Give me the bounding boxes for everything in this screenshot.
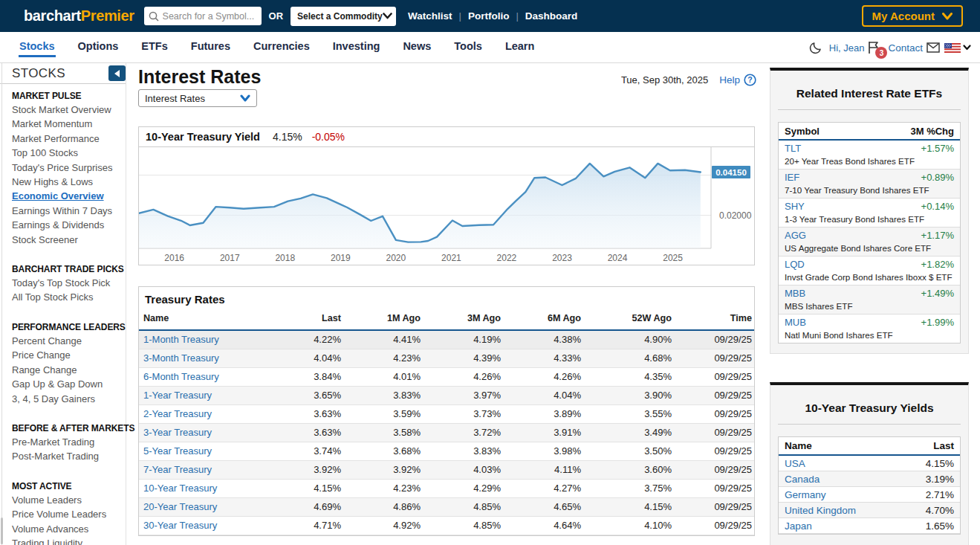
sidebar-item-volume-advances[interactable]: Volume Advances (12, 522, 126, 536)
language-chevron-down-icon[interactable] (963, 45, 971, 51)
column-header-time[interactable]: Time (674, 310, 754, 330)
user-greeting-link[interactable]: Hi, Jean (829, 42, 865, 54)
etf-symbol-link[interactable]: LQD (785, 259, 805, 270)
column-header-6m-ago[interactable]: 6M Ago (503, 310, 583, 330)
etf-symbol-link[interactable]: TLT (785, 143, 801, 154)
sidebar-item-all-top-stock-picks[interactable]: All Top Stock Picks (12, 290, 126, 304)
etf-row-agg[interactable]: AGG+1.17%US Aggregate Bond Ishares Core … (779, 228, 960, 257)
sidebar-item-trading-liquidity[interactable]: Trading Liquidity (12, 536, 126, 545)
column-header-name[interactable]: Name (139, 310, 265, 330)
sidebar-item-earnings-within-7-days[interactable]: Earnings Within 7 Days (12, 204, 126, 218)
column-header-1m-ago[interactable]: 1M Ago (343, 310, 423, 330)
symbol-search-input[interactable] (163, 11, 257, 22)
help-question-icon[interactable]: ? (744, 74, 756, 86)
yield-country-link[interactable]: United Kingdom (785, 505, 856, 516)
tab-futures[interactable]: Futures (190, 32, 231, 57)
tab-stocks[interactable]: Stocks (19, 32, 56, 57)
sidebar-item-new-highs-lows[interactable]: New Highs & Lows (12, 175, 126, 189)
envelope-icon[interactable] (927, 42, 940, 53)
yield-country-link[interactable]: Japan (785, 520, 812, 532)
treasury-value-cell: 4.23% (343, 349, 423, 367)
column-header-3m-ago[interactable]: 3M Ago (423, 310, 503, 330)
us-flag-icon[interactable] (944, 43, 961, 53)
sidebar-item-economic-overview[interactable]: Economic Overview (12, 189, 126, 203)
quick-link-dashboard[interactable]: Dashboard (525, 10, 578, 22)
barchart-premier-logo[interactable]: barchartPremier (24, 7, 134, 25)
yield-country-link[interactable]: USA (785, 458, 805, 469)
tab-tools[interactable]: Tools (453, 32, 483, 57)
sidebar-item-earnings-dividends[interactable]: Earnings & Dividends (12, 218, 126, 232)
tab-currencies[interactable]: Currencies (253, 32, 311, 57)
sidebar-item-percent-change[interactable]: Percent Change (12, 334, 126, 348)
etf-row-ief[interactable]: IEF+0.89%7-10 Year Treasury Bond Ishares… (779, 170, 960, 199)
tab-news[interactable]: News (402, 32, 432, 57)
sidebar-item-price-change[interactable]: Price Change (12, 348, 126, 362)
treasury-value-cell: 09/29/25 (674, 423, 754, 442)
sidebar-item-stock-market-overview[interactable]: Stock Market Overview (12, 103, 126, 117)
sidebar-item-today-s-top-stock-pick[interactable]: Today's Top Stock Pick (12, 276, 126, 290)
sidebar-scrollbar-thumb[interactable] (1, 517, 3, 544)
column-header-last[interactable]: Last (265, 310, 343, 330)
sidebar-item-volume-leaders[interactable]: Volume Leaders (12, 493, 126, 507)
yield-row-canada[interactable]: Canada3.19% (779, 471, 960, 487)
tab-investing[interactable]: Investing (332, 32, 381, 57)
tab-etfs[interactable]: ETFs (140, 32, 168, 57)
etf-symbol-link[interactable]: SHY (785, 201, 805, 212)
treasury-link[interactable]: 3-Month Treasury (143, 352, 219, 364)
sidebar-item-today-s-price-surprises[interactable]: Today's Price Surprises (12, 161, 126, 175)
quick-link-watchlist[interactable]: Watchlist (408, 10, 452, 22)
treasury-link[interactable]: 1-Year Treasury (143, 390, 212, 401)
treasury-link[interactable]: 10-Year Treasury (143, 483, 217, 494)
treasury-link[interactable]: 30-Year Treasury (143, 520, 217, 531)
treasury-link[interactable]: 3-Year Treasury (143, 427, 212, 438)
etf-row-tlt[interactable]: TLT+1.57%20+ Year Treas Bond Ishares ETF (779, 141, 960, 170)
sidebar-collapse-button[interactable] (108, 65, 126, 81)
sidebar-item-3-4-5-day-gainers[interactable]: 3, 4, 5 Day Gainers (12, 392, 126, 406)
contact-link[interactable]: Contact (888, 42, 923, 54)
treasury-yield-area-chart[interactable]: 2016201720182019202020212022202320242025… (139, 147, 754, 265)
treasury-link[interactable]: 7-Year Treasury (143, 464, 212, 475)
sidebar-item-top-100-stocks[interactable]: Top 100 Stocks (12, 146, 126, 160)
sidebar-item-market-performance[interactable]: Market Performance (12, 132, 126, 146)
commodity-select[interactable]: Select a Commodity (291, 7, 396, 26)
sidebar-scrollbar-track[interactable] (1, 63, 2, 545)
treasury-link[interactable]: 6-Month Treasury (143, 371, 219, 382)
treasury-link[interactable]: 1-Month Treasury (143, 334, 219, 345)
treasury-link[interactable]: 20-Year Treasury (143, 501, 217, 512)
tab-learn[interactable]: Learn (504, 32, 536, 57)
sidebar-item-gap-up-gap-down[interactable]: Gap Up & Gap Down (12, 377, 126, 391)
column-header-52w-ago[interactable]: 52W Ago (583, 310, 674, 330)
treasury-link[interactable]: 5-Year Treasury (143, 445, 212, 457)
yield-row-germany[interactable]: Germany2.71% (779, 487, 960, 503)
dark-mode-moon-icon[interactable] (808, 41, 822, 55)
tab-options[interactable]: Options (77, 32, 120, 57)
etf-symbol-link[interactable]: MBB (785, 288, 805, 299)
etf-symbol-link[interactable]: IEF (785, 172, 799, 183)
yield-country-link[interactable]: Germany (785, 489, 826, 500)
yield-last-value: 1.65% (926, 520, 954, 532)
yield-row-usa[interactable]: USA4.15% (779, 456, 960, 471)
yield-country-link[interactable]: Canada (785, 474, 820, 485)
page-view-select[interactable]: Interest Rates (138, 89, 257, 107)
my-account-button[interactable]: My Account (862, 5, 963, 27)
sidebar-item-range-change[interactable]: Range Change (12, 363, 126, 377)
sidebar-item-pre-market-trading[interactable]: Pre-Market Trading (12, 435, 126, 449)
etf-row-mbb[interactable]: MBB+1.49%MBS Ishares ETF (779, 286, 960, 315)
sidebar-item-post-market-trading[interactable]: Post-Market Trading (12, 449, 126, 463)
yield-row-united-kingdom[interactable]: United Kingdom4.70% (779, 503, 960, 518)
quick-link-separator: | (459, 10, 461, 22)
sidebar-item-market-momentum[interactable]: Market Momentum (12, 117, 126, 131)
sidebar-item-stock-screener[interactable]: Stock Screener (12, 233, 126, 247)
help-link[interactable]: Help (719, 74, 740, 86)
sidebar-item-price-volume-leaders[interactable]: Price Volume Leaders (12, 507, 126, 521)
etf-row-shy[interactable]: SHY+0.14%1-3 Year Treasury Bond Ishares … (779, 199, 960, 228)
symbol-search-box[interactable] (144, 7, 262, 25)
yield-row-japan[interactable]: Japan1.65% (779, 518, 960, 534)
treasury-link[interactable]: 2-Year Treasury (143, 408, 212, 419)
etf-symbol-link[interactable]: MUB (785, 317, 806, 328)
etf-row-lqd[interactable]: LQD+1.82%Invst Grade Corp Bond Ishares I… (779, 257, 960, 286)
quick-link-portfolio[interactable]: Portfolio (468, 10, 510, 22)
notifications-flag-button[interactable]: 3 (868, 41, 880, 54)
etf-row-mub[interactable]: MUB+1.99%Natl Muni Bond Ishares ETF (779, 315, 960, 343)
etf-symbol-link[interactable]: AGG (785, 230, 806, 241)
